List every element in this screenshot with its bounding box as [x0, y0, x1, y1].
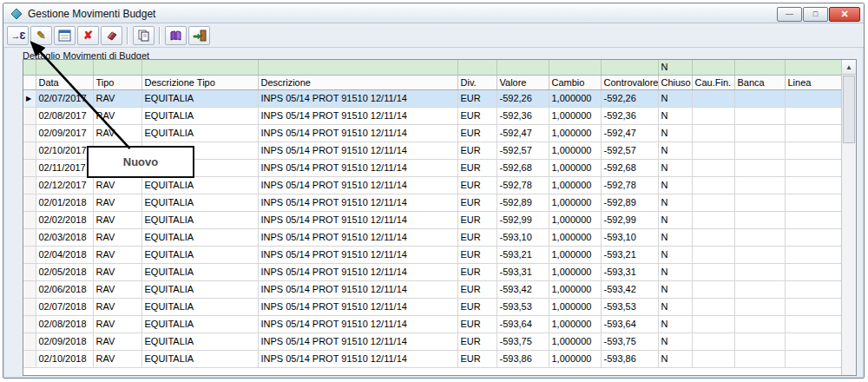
cell-div[interactable]: EUR [457, 159, 496, 176]
table-row[interactable]: 02/08/2017 RAV EQUITALIA INPS 05/14 PROT… [23, 107, 841, 124]
cell-controvalore[interactable]: -592,47 [601, 124, 658, 142]
cell-chiuso[interactable]: N [658, 211, 692, 228]
row-selector[interactable] [23, 280, 36, 298]
cell-controvalore[interactable]: -593,21 [601, 246, 658, 263]
cell-chiuso[interactable]: N [658, 263, 692, 280]
table-row[interactable]: 02/06/2018 RAV EQUITALIA INPS 05/14 PROT… [23, 280, 841, 298]
close-button[interactable]: ✕ [829, 7, 860, 22]
cell-chiuso[interactable]: N [658, 246, 692, 263]
cell-linea[interactable] [785, 333, 841, 350]
cell-data[interactable]: 02/09/2017 [36, 124, 93, 142]
cell-data[interactable]: 02/08/2017 [36, 107, 93, 124]
cell-tipo[interactable]: RAV [93, 124, 141, 142]
cell-linea[interactable] [785, 107, 841, 124]
cell-chiuso[interactable]: N [658, 315, 692, 333]
cell-chiuso[interactable]: N [658, 89, 692, 107]
cell-descrizione[interactable]: INPS 05/14 PROT 91510 12/11/14 [258, 228, 457, 246]
cell-div[interactable]: EUR [457, 315, 496, 333]
cell-descrizione-tipo[interactable]: EQUITALIA [141, 263, 258, 280]
cell-cau-fin[interactable] [692, 107, 734, 124]
cell-linea[interactable] [785, 263, 841, 280]
cell-descrizione-tipo[interactable]: EQUITALIA [141, 194, 258, 211]
cell-descrizione[interactable]: INPS 05/14 PROT 91510 12/11/14 [258, 176, 457, 194]
cell-descrizione-tipo[interactable]: EQUITALIA [141, 246, 258, 263]
cell-controvalore[interactable]: -592,36 [601, 107, 658, 124]
cell-tipo[interactable]: RAV [93, 89, 141, 107]
cell-valore[interactable]: -593,42 [496, 280, 549, 298]
cell-cambio[interactable]: 1,000000 [549, 159, 601, 176]
cell-data[interactable]: 02/02/2018 [36, 211, 93, 228]
cell-banca[interactable] [734, 315, 785, 333]
cell-descrizione-tipo[interactable]: EQUITALIA [141, 298, 258, 315]
filter-cell-cambio[interactable] [549, 60, 601, 75]
cell-cambio[interactable]: 1,000000 [549, 350, 601, 367]
cell-controvalore[interactable]: -593,86 [601, 350, 658, 367]
cell-cau-fin[interactable] [692, 263, 734, 280]
cell-tipo[interactable]: RAV [93, 107, 141, 124]
vertical-scrollbar[interactable]: ▲ [841, 60, 856, 375]
cell-chiuso[interactable]: N [658, 194, 692, 211]
row-selector[interactable] [23, 159, 36, 176]
filter-cell-div[interactable] [457, 60, 496, 75]
cell-data[interactable]: 02/09/2018 [36, 333, 93, 350]
table-row[interactable]: 02/04/2018 RAV EQUITALIA INPS 05/14 PROT… [23, 246, 841, 263]
column-header-descrizione-tipo[interactable]: Descrizione Tipo [141, 75, 258, 89]
cell-cau-fin[interactable] [692, 228, 734, 246]
table-row[interactable]: 02/09/2017 RAV EQUITALIA INPS 05/14 PROT… [23, 124, 841, 142]
cell-linea[interactable] [785, 176, 841, 194]
table-row[interactable]: 02/07/2018 RAV EQUITALIA INPS 05/14 PROT… [23, 298, 841, 315]
cell-cambio[interactable]: 1,000000 [549, 298, 601, 315]
cell-banca[interactable] [734, 298, 785, 315]
cell-data[interactable]: 02/08/2018 [36, 315, 93, 333]
cell-valore[interactable]: -593,86 [496, 350, 549, 367]
table-row[interactable]: 02/10/2018 RAV EQUITALIA INPS 05/14 PROT… [23, 350, 841, 367]
cell-cau-fin[interactable] [692, 315, 734, 333]
cell-descrizione-tipo[interactable]: EQUITALIA [141, 107, 258, 124]
column-header-cau-fin[interactable]: Cau.Fin. [692, 75, 734, 89]
cell-cambio[interactable]: 1,000000 [549, 107, 601, 124]
cell-cambio[interactable]: 1,000000 [549, 263, 601, 280]
cell-cambio[interactable]: 1,000000 [549, 142, 601, 159]
cell-div[interactable]: EUR [457, 211, 496, 228]
cell-banca[interactable] [734, 142, 785, 159]
cell-div[interactable]: EUR [457, 89, 496, 107]
cell-banca[interactable] [734, 124, 785, 142]
row-selector[interactable] [23, 350, 36, 367]
cell-cambio[interactable]: 1,000000 [549, 246, 601, 263]
cell-data[interactable]: 02/06/2018 [36, 280, 93, 298]
cell-valore[interactable]: -593,53 [496, 298, 549, 315]
cell-cambio[interactable]: 1,000000 [549, 333, 601, 350]
cell-tipo[interactable]: RAV [93, 315, 141, 333]
cell-data[interactable]: 02/01/2018 [36, 194, 93, 211]
filter-cell-controvalore[interactable] [601, 60, 658, 75]
cell-tipo[interactable]: RAV [93, 263, 141, 280]
row-selector[interactable] [23, 142, 36, 159]
cell-tipo[interactable]: RAV [93, 194, 141, 211]
cell-descrizione[interactable]: INPS 05/14 PROT 91510 12/11/14 [258, 333, 457, 350]
cell-cambio[interactable]: 1,000000 [549, 176, 601, 194]
cell-linea[interactable] [785, 246, 841, 263]
copy-button[interactable] [133, 26, 155, 45]
cell-descrizione[interactable]: INPS 05/14 PROT 91510 12/11/14 [258, 280, 457, 298]
cell-descrizione[interactable]: INPS 05/14 PROT 91510 12/11/14 [258, 315, 457, 333]
cell-cau-fin[interactable] [692, 298, 734, 315]
row-selector[interactable] [23, 124, 36, 142]
cell-banca[interactable] [734, 194, 785, 211]
cell-banca[interactable] [734, 159, 785, 176]
cell-cau-fin[interactable] [692, 246, 734, 263]
filter-cell-tipo[interactable] [93, 60, 141, 75]
cell-linea[interactable] [785, 159, 841, 176]
cell-chiuso[interactable]: N [658, 333, 692, 350]
column-header-valore[interactable]: Valore [496, 75, 549, 89]
cell-cau-fin[interactable] [692, 159, 734, 176]
cell-banca[interactable] [734, 246, 785, 263]
cell-chiuso[interactable]: N [658, 176, 692, 194]
cell-valore[interactable]: -592,99 [496, 211, 549, 228]
cell-banca[interactable] [734, 263, 785, 280]
cell-descrizione[interactable]: INPS 05/14 PROT 91510 12/11/14 [258, 89, 457, 107]
cancel-button[interactable] [101, 26, 122, 45]
delete-record-button[interactable]: ✘ [77, 26, 99, 45]
cell-chiuso[interactable]: N [658, 142, 692, 159]
cell-descrizione-tipo[interactable]: EQUITALIA [141, 315, 258, 333]
filter-cell-linea[interactable] [785, 60, 841, 75]
